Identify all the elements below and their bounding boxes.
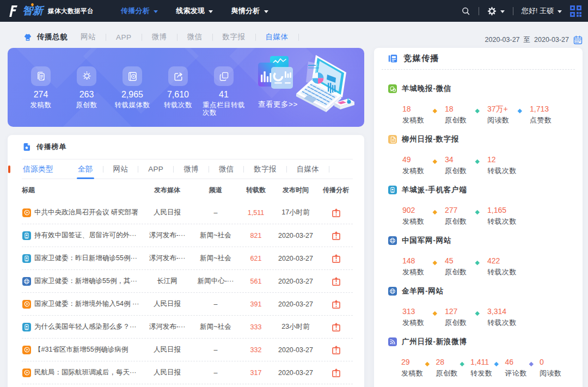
stat-label: 原创数 bbox=[436, 368, 471, 378]
article-title[interactable]: 持有效中国签证、居留许可的外··· bbox=[34, 231, 137, 240]
stat-value: 49 bbox=[402, 155, 445, 164]
user-menu[interactable]: 您好! 王硕 bbox=[522, 6, 562, 16]
media-name[interactable]: 金羊网-网站 bbox=[402, 286, 444, 296]
article-title[interactable]: 国家卫健委：新增境外输入54例 ··· bbox=[34, 299, 139, 309]
tab-spread-overview[interactable]: 传播总貌 bbox=[23, 32, 68, 42]
filter-self-media[interactable]: 自媒体 bbox=[297, 159, 319, 179]
stat-label: 转发数 bbox=[470, 368, 505, 378]
table-row[interactable]: 民航局：国际航班调减后，每天··· 人民日报 – 317 2020-03-27 bbox=[22, 361, 353, 384]
stat-label: 转载次数 bbox=[487, 318, 530, 328]
filter-all[interactable]: 全部 bbox=[78, 159, 93, 179]
spread-analysis-icon[interactable] bbox=[332, 207, 341, 218]
stat-label: 转载媒体数 bbox=[115, 101, 150, 109]
publish-media: 人民日报 bbox=[143, 208, 192, 217]
stat: 277原创数 bbox=[445, 206, 487, 226]
spread-analysis-icon[interactable] bbox=[332, 367, 341, 378]
stat: 1,411转发数 bbox=[470, 358, 505, 378]
dashboard-illustration bbox=[247, 51, 364, 127]
logo[interactable]: 智新 媒体大数据平台 bbox=[8, 4, 94, 18]
stat-value: 127 bbox=[445, 307, 487, 316]
newspaper-icon bbox=[388, 54, 397, 63]
media-name[interactable]: 柳州日报-数字报 bbox=[402, 134, 459, 144]
spread-analysis-icon[interactable] bbox=[332, 299, 341, 309]
card-title: 竞媒传播 bbox=[403, 53, 439, 64]
competitor-media-card: 竞媒传播 羊城晚报-微信 18发稿数 18原创数 37万+阅读数 1,713点赞… bbox=[374, 48, 583, 387]
stat-label: 点赞数 bbox=[530, 115, 572, 125]
repost-count: 332 bbox=[240, 346, 272, 354]
media-stats: 902发稿数 277原创数 1,165转载次数 bbox=[402, 206, 575, 226]
nav-item-sentiment-analysis[interactable]: 舆情分析 bbox=[231, 6, 268, 16]
see-more-link[interactable]: 查看更多>> bbox=[258, 100, 298, 109]
stat-value: 46 bbox=[505, 358, 540, 366]
spread-analysis-icon[interactable] bbox=[332, 276, 341, 286]
article-title[interactable]: 民航局：国际航班调减后，每天··· bbox=[34, 368, 137, 377]
filter-wechat[interactable]: 微信 bbox=[219, 159, 234, 179]
settings-menu[interactable] bbox=[487, 7, 505, 16]
repost-count: 821 bbox=[240, 232, 272, 239]
publish-time: 23小时前 bbox=[272, 322, 319, 331]
tab-weibo[interactable]: 微博 bbox=[152, 32, 167, 42]
tab-website[interactable]: 网站 bbox=[81, 32, 96, 42]
search-icon[interactable] bbox=[461, 7, 470, 16]
media-name[interactable]: 广州日报-新浪微博 bbox=[402, 337, 467, 347]
tab-app[interactable]: APP bbox=[116, 33, 132, 41]
media-stats: 49发稿数 34原创数 12转载次数 bbox=[402, 155, 575, 176]
media-item: 广州日报-新浪微博 29发稿数 28原创数 1,411转发数 46评论数 0阅读… bbox=[382, 337, 575, 373]
table-row[interactable]: 【#31省区市新增55例确诊病例 人民日报 – 332 2020-03-27 bbox=[22, 339, 353, 361]
stat-label: 原创数 bbox=[445, 115, 487, 125]
divider bbox=[243, 166, 244, 173]
spread-analysis-icon[interactable] bbox=[332, 253, 341, 263]
calendar-icon[interactable] bbox=[573, 35, 583, 45]
filter-weibo[interactable]: 微博 bbox=[183, 159, 199, 179]
article-title[interactable]: 中共中央政治局召开会议 研究部署 bbox=[34, 208, 138, 217]
media-name[interactable]: 羊城晚报-微信 bbox=[402, 84, 451, 94]
publish-media: 漯河发布-··· bbox=[143, 322, 192, 331]
date-range-picker[interactable]: 2020-03-27 至 2020-03-27 bbox=[485, 35, 583, 45]
filter-website[interactable]: 网站 bbox=[113, 159, 128, 179]
article-title[interactable]: 【#31省区市新增55例确诊病例 bbox=[34, 345, 128, 354]
stat-original-count: 263 原创数 bbox=[64, 66, 109, 116]
table-row[interactable]: 国家卫健委：新增境外输入54例 ··· 人民日报 – 391 2020-03-2… bbox=[22, 293, 353, 316]
article-title[interactable]: 国家卫健委：新增确诊55例，其··· bbox=[34, 277, 137, 286]
stat-value: 1,713 bbox=[530, 105, 572, 113]
article-title[interactable]: 为什么美国年轻人感染那么多？··· bbox=[34, 322, 137, 331]
card-header: 传播榜单 bbox=[22, 135, 353, 159]
repost-count: 621 bbox=[240, 255, 272, 262]
stat: 127原创数 bbox=[445, 307, 487, 328]
gear-icon bbox=[487, 7, 497, 16]
tab-digital-paper[interactable]: 数字报 bbox=[223, 32, 246, 42]
stat: 3,314转载次数 bbox=[487, 307, 530, 328]
logo-f-icon bbox=[8, 5, 17, 17]
nav-item-spread-analysis[interactable]: 传播分析 bbox=[121, 6, 158, 16]
stat: 902发稿数 bbox=[402, 206, 445, 226]
media-name[interactable]: 中国军网-网站 bbox=[402, 236, 451, 245]
tab-self-media[interactable]: 自媒体 bbox=[266, 32, 289, 42]
filter-app[interactable]: APP bbox=[148, 159, 163, 179]
col-reposts: 转载数 bbox=[240, 186, 272, 195]
divider bbox=[209, 166, 209, 173]
table-row[interactable]: 中共中央政治局召开会议 研究部署 人民日报 – 1,511 17小时前 bbox=[22, 201, 353, 224]
repost-count: 317 bbox=[240, 369, 272, 377]
table-row[interactable]: 国家卫健委：新增确诊55例，其··· 长江网 新闻中心-··· 561 2020… bbox=[22, 270, 353, 293]
table-row[interactable]: 持有效中国签证、居留许可的外··· 漯河发布-··· 新闻~社会 821 202… bbox=[22, 224, 353, 247]
bulb-icon bbox=[77, 66, 96, 86]
spread-analysis-icon[interactable] bbox=[332, 345, 341, 355]
table-row[interactable]: 为什么美国年轻人感染那么多？··· 漯河发布-··· 新闻~社会 333 23小… bbox=[22, 316, 353, 339]
tab-wechat[interactable]: 微信 bbox=[187, 32, 203, 42]
filter-digital-paper[interactable]: 数字报 bbox=[254, 159, 276, 179]
channel: 新闻~社会 bbox=[192, 254, 240, 263]
table-row[interactable]: 国家卫健委：昨日新增确诊55例··· 漯河发布-··· 新闻~社会 621 20… bbox=[22, 247, 353, 270]
nav-item-clue-discovery[interactable]: 线索发现 bbox=[176, 6, 213, 16]
qr-code-icon[interactable] bbox=[569, 4, 583, 18]
stat: 46评论数 bbox=[505, 358, 540, 378]
spread-analysis-icon[interactable] bbox=[332, 322, 341, 332]
stat-value: 0 bbox=[540, 358, 574, 366]
stat-label: 原创数 bbox=[445, 166, 487, 176]
source-filter-row: 信源类型 全部 网站 APP 微博 微信 数字报 自媒体 bbox=[22, 159, 353, 179]
play-media-icon bbox=[22, 208, 31, 217]
spread-analysis-icon[interactable] bbox=[332, 230, 341, 241]
article-title[interactable]: 国家卫健委：昨日新增确诊55例··· bbox=[34, 254, 137, 263]
media-name[interactable]: 羊城派-手机客户端 bbox=[402, 185, 467, 195]
col-analysis: 传播分析 bbox=[319, 186, 353, 195]
channel: – bbox=[192, 209, 240, 217]
